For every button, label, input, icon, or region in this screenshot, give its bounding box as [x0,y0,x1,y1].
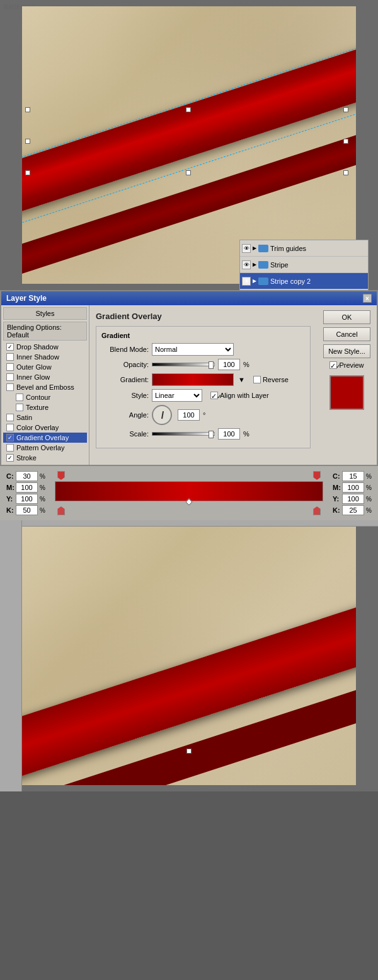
transform-handle[interactable] [343,107,348,112]
style-item-satin[interactable]: Satin [3,412,87,423]
style-item-color-overlay[interactable]: Color Overlay [3,423,87,433]
pattern-overlay-checkbox[interactable] [6,444,14,452]
angle-row: Angle: 100 ° [101,405,305,425]
texture-checkbox[interactable] [16,404,23,411]
angle-dial[interactable] [152,405,172,425]
gradient-stop-left-top[interactable] [57,471,65,480]
cmyk-m-left-label: M: [6,484,14,491]
cmyk-right-panel: C: 15 % M: 100 % Y: 100 % K: 25 % [333,471,372,515]
blend-mode-row: Blend Mode: Normal Multiply Screen Overl… [101,343,305,356]
transform-handle[interactable] [343,139,348,144]
gradient-stop-right-bottom[interactable] [313,506,321,515]
style-item-stroke[interactable]: Stroke [3,453,87,463]
preview-checkbox[interactable]: ✓ [329,361,337,369]
cmyk-y-left-input[interactable]: 100 [16,494,38,504]
cmyk-c-right-row: C: 15 % [333,471,372,481]
layer-visibility-trim[interactable]: 👁 [242,244,251,253]
layer-expand-stripe-copy[interactable]: ▶ [253,278,256,284]
outer-glow-checkbox[interactable] [6,363,14,371]
cmyk-c-left-input[interactable]: 30 [16,471,38,481]
dialog-titlebar: Layer Style × [1,291,377,305]
layer-label-trim: Trim guides [270,245,306,252]
style-item-inner-glow[interactable]: Inner Glow [3,372,87,382]
gradient-editor[interactable] [55,471,323,515]
angle-input[interactable]: 100 [178,409,200,421]
transform-handle[interactable] [186,170,191,175]
new-style-button[interactable]: New Style... [323,344,370,358]
scale-slider[interactable] [152,432,215,436]
gradient-dropdown-arrow[interactable]: ▼ [238,376,245,383]
gradient-bar[interactable] [55,481,323,501]
style-item-contour[interactable]: Contour [3,392,87,402]
transform-handle-bottom[interactable] [186,749,192,754]
style-item-texture[interactable]: Texture [3,402,87,412]
inner-glow-checkbox[interactable] [6,373,14,381]
gradient-stop-left-bottom[interactable] [57,506,65,515]
bevel-emboss-label: Bevel and Emboss [16,383,74,391]
satin-checkbox[interactable] [6,414,14,421]
gradient-preview-swatch[interactable] [152,373,234,386]
cmyk-k-left-input[interactable]: 50 [16,505,38,515]
gradient-overlay-label: Gradient Overlay [16,434,69,441]
transform-handle[interactable] [25,170,30,175]
style-item-pattern-overlay[interactable]: Pattern Overlay [3,443,87,453]
blend-mode-select[interactable]: Normal Multiply Screen Overlay [152,343,234,356]
scale-input[interactable]: 100 [218,428,240,440]
layer-row-stripe-copy[interactable]: 👁 ▶ Stripe copy 2 [240,273,368,289]
drop-shadow-checkbox[interactable] [6,343,14,351]
layer-row-stripe[interactable]: 👁 ▶ Stripe [240,257,368,273]
gradient-top-stops [55,471,323,480]
cmyk-c-right-input[interactable]: 15 [342,471,364,481]
cmyk-y-right-input[interactable]: 100 [342,494,364,504]
layer-expand-stripe[interactable]: ▶ [253,262,256,267]
ruler-left [0,520,22,791]
gradient-stop-right-top[interactable] [313,471,321,480]
cancel-button[interactable]: Cancel [323,327,370,341]
cmyk-m-right-input[interactable]: 100 [342,482,364,493]
layers-panel: 👁 ▶ Trim guides 👁 ▶ Stripe 👁 ▶ Stripe co… [239,240,369,290]
color-overlay-checkbox[interactable] [6,424,14,431]
transform-handle[interactable] [25,107,30,112]
align-layer-checkbox[interactable]: ✓ [210,392,218,399]
opacity-slider[interactable] [152,363,215,366]
style-item-outer-glow[interactable]: Outer Glow [3,362,87,372]
style-item-gradient-overlay[interactable]: Gradient Overlay [3,433,87,443]
cmyk-m-right-pct: % [366,484,372,491]
cmyk-k-left-pct: % [40,507,45,514]
reverse-checkbox[interactable] [253,376,261,383]
scale-thumb[interactable] [209,431,214,438]
layer-visibility-stripe[interactable]: 👁 [242,260,251,269]
inner-shadow-checkbox[interactable] [6,353,14,361]
scale-unit: % [243,430,249,438]
bevel-emboss-checkbox[interactable] [6,383,14,391]
dialog-close-button[interactable]: × [363,294,372,303]
opacity-thumb[interactable] [209,361,214,369]
layer-folder-trim [258,245,268,252]
layer-visibility-stripe-copy[interactable]: 👁 [242,277,251,286]
contour-checkbox[interactable] [16,394,23,401]
transform-handle[interactable] [186,107,191,112]
scale-row: Scale: 100 % [101,428,305,440]
layer-expand-trim[interactable]: ▶ [253,245,256,251]
layer-row-trim[interactable]: 👁 ▶ Trim guides [240,240,368,257]
style-item-drop-shadow[interactable]: Drop Shadow [3,342,87,352]
gradient-midpoint-diamond[interactable] [185,498,192,505]
style-select[interactable]: Linear Radial Angle Reflected Diamond [152,389,202,402]
cmyk-m-left-input[interactable]: 100 [16,482,38,493]
dialog-right-panel: OK Cancel New Style... ✓ Preview [317,305,377,465]
stroke-checkbox[interactable] [6,454,14,462]
blending-options-button[interactable]: Blending Options: Default [3,322,87,341]
style-item-bevel-emboss[interactable]: Bevel and Emboss [3,382,87,392]
transform-handle[interactable] [25,139,30,144]
ok-button[interactable]: OK [323,310,370,324]
cmyk-k-right-input[interactable]: 25 [342,505,364,515]
opacity-input[interactable]: 100 [218,359,240,370]
transform-handle[interactable] [343,170,348,175]
layer-style-dialog: Layer Style × Styles Blending Options: D… [0,290,378,466]
outer-glow-label: Outer Glow [16,363,52,371]
scale-label: Scale: [101,430,149,438]
layer-folder-stripe [258,261,268,269]
style-item-inner-shadow[interactable]: Inner Shadow [3,352,87,362]
layer-label-stripe-copy: Stripe copy 2 [270,277,311,285]
gradient-overlay-checkbox[interactable] [6,434,14,441]
